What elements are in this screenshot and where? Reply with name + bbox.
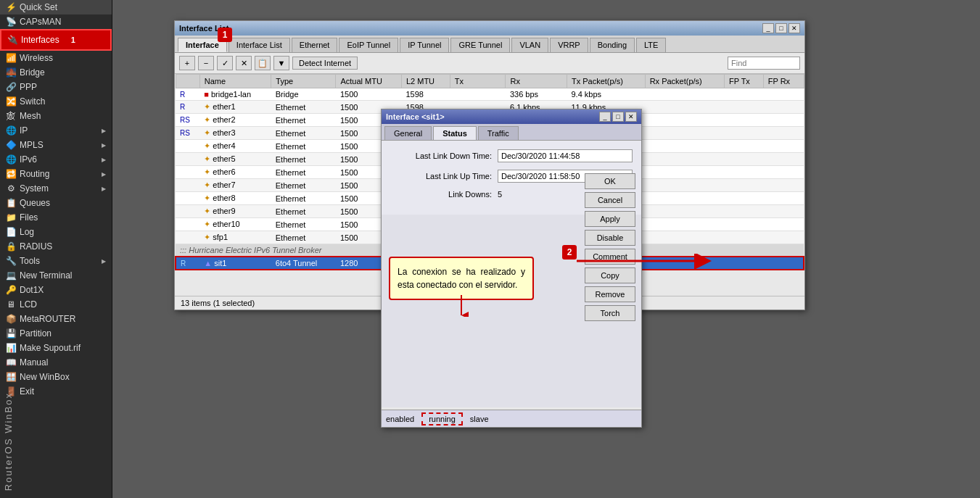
add-button[interactable]: + [179,56,195,70]
tab-gre-tunnel[interactable]: GRE Tunnel [450,38,510,52]
minimize-button[interactable]: _ [762,23,774,33]
dot1x-icon: 🔑 [6,285,16,295]
tab-bonding[interactable]: Bonding [590,38,635,52]
delete-button[interactable]: − [198,56,214,70]
tab-ethernet[interactable]: Ethernet [292,38,338,52]
col-fp-rx[interactable]: FP Rx [763,75,804,88]
ok-button[interactable]: OK [585,173,635,189]
sit1-minimize-button[interactable]: _ [599,112,611,122]
tab-eoip-tunnel[interactable]: EoIP Tunnel [339,38,398,52]
manual-icon: 📖 [6,357,16,368]
sidebar-item-make-supout[interactable]: 📊 Make Supout.rif [0,341,112,355]
sidebar-item-mpls[interactable]: 🔷 MPLS [0,138,112,152]
sidebar-item-tools[interactable]: 🔧 Tools [0,254,112,268]
sidebar-item-queues[interactable]: 📋 Queues [0,196,112,210]
table-row[interactable]: R ■ bridge1-lan Bridge 1500 1598 336 bps… [176,88,804,101]
tab-ip-tunnel[interactable]: IP Tunnel [400,38,449,52]
sidebar-item-wireless[interactable]: 📶 Wireless [0,51,112,65]
sit1-titlebar: Interface <sit1> _ □ ✕ [382,109,641,124]
torch-button[interactable]: Torch [585,305,635,321]
sit1-statusbar: enabled running slave [382,410,641,427]
disable-button[interactable]: Disable [585,230,635,246]
comment-button[interactable]: Comment [585,249,635,265]
sidebar-item-ppp[interactable]: 🔗 PPP [0,80,112,94]
sidebar-item-log[interactable]: 📄 Log [0,225,112,239]
sidebar-item-ipv6[interactable]: 🌐 IPv6 [0,152,112,167]
sidebar-item-system[interactable]: ⚙ System [0,181,112,196]
sit1-buttons-panel: OK Cancel Apply Disable Comment Copy Rem… [585,173,635,321]
sidebar-item-bridge[interactable]: 🌉 Bridge [0,65,112,80]
apply-button[interactable]: Apply [585,211,635,227]
col-actual-mtu[interactable]: Actual MTU [336,75,401,88]
lcd-icon: 🖥 [6,299,16,310]
sidebar-item-dot1x[interactable]: 🔑 Dot1X [0,283,112,297]
sidebar: ⚡ Quick Set 📡 CAPsMAN 🔌 Interfaces 1 📶 W… [0,0,112,498]
detect-internet-button[interactable]: Detect Internet [292,57,358,70]
sit1-close-button[interactable]: ✕ [625,112,637,122]
sidebar-item-lcd[interactable]: 🖥 LCD [0,297,112,312]
sidebar-item-ip[interactable]: 🌐 IP [0,123,112,138]
ipv6-icon: 🌐 [6,154,16,165]
disable-button[interactable]: ✕ [236,56,252,70]
col-rx[interactable]: Rx [506,75,567,88]
sit1-maximize-button[interactable]: □ [612,112,624,122]
find-input[interactable] [728,57,800,70]
maximize-button[interactable]: □ [775,23,787,33]
col-type[interactable]: Type [271,75,336,88]
col-fp-tx[interactable]: FP Tx [724,75,763,88]
interface-list-titlebar: Interface List _ □ ✕ [175,21,804,36]
col-name[interactable]: Name [199,75,271,88]
mpls-icon: 🔷 [6,140,16,150]
sit1-tab-traffic[interactable]: Traffic [478,126,519,140]
tools-icon: 🔧 [6,256,16,266]
sidebar-item-manual[interactable]: 📖 Manual [0,355,112,370]
copy-button[interactable]: Copy [585,267,635,283]
col-l2-mtu[interactable]: L2 MTU [401,75,450,88]
remove-button[interactable]: Remove [585,286,635,302]
capsman-icon: 📡 [6,17,16,27]
sidebar-item-routing[interactable]: 🔁 Routing [0,167,112,181]
sidebar-item-interfaces[interactable]: 🔌 Interfaces 1 [0,29,112,51]
tooltip-down-arrow [454,295,469,317]
sidebar-item-radius[interactable]: 🔒 RADIUS [0,239,112,254]
cancel-button[interactable]: Cancel [585,192,635,208]
enable-button[interactable]: ✓ [217,56,233,70]
status-enabled: enabled [386,415,414,423]
partition-icon: 💾 [6,328,16,339]
tab-lte[interactable]: LTE [636,38,666,52]
switch-icon: 🔀 [6,96,16,107]
sidebar-item-partition[interactable]: 💾 Partition [0,326,112,341]
sidebar-item-switch[interactable]: 🔀 Switch [0,94,112,109]
sit1-tab-status[interactable]: Status [433,126,477,140]
col-flags[interactable] [176,75,199,88]
tooltip-bubble: La conexion se ha realizado y esta conec… [389,257,534,300]
sit1-window-controls: _ □ ✕ [599,112,637,122]
wireless-icon: 📶 [6,53,16,63]
copy-row-button[interactable]: 📋 [255,56,271,70]
radius-icon: 🔒 [6,241,16,252]
last-link-down-row: Last Link Down Time: [390,149,633,162]
sidebar-item-quick-set[interactable]: ⚡ Quick Set [0,0,112,14]
sit1-tab-bar: General Status Traffic [382,124,641,141]
files-icon: 📁 [6,212,16,223]
tab-vrrp[interactable]: VRRP [550,38,588,52]
sidebar-item-capsman[interactable]: 📡 CAPsMAN [0,14,112,29]
sidebar-item-new-winbox[interactable]: 🪟 New WinBox [0,370,112,384]
interface-toolbar: + − ✓ ✕ 📋 ▼ Detect Internet [175,53,804,74]
last-link-down-input[interactable] [498,149,633,162]
filter-button[interactable]: ▼ [273,56,289,70]
sidebar-item-metarouter[interactable]: 📦 MetaROUTER [0,312,112,326]
sidebar-item-mesh[interactable]: 🕸 Mesh [0,109,112,123]
badge-1-annotation: 1 [218,28,232,42]
sidebar-item-new-terminal[interactable]: 💻 New Terminal [0,268,112,283]
col-tx[interactable]: Tx [450,75,506,88]
sit1-tab-general[interactable]: General [384,126,432,140]
close-button[interactable]: ✕ [788,23,800,33]
tab-interface-list[interactable]: Interface List [228,38,290,52]
bridge-icon: 🌉 [6,67,16,78]
col-rx-pkt[interactable]: Rx Packet(p/s) [645,75,724,88]
tab-vlan[interactable]: VLAN [511,38,548,52]
col-tx-pkt[interactable]: Tx Packet(p/s) [567,75,645,88]
sidebar-item-files[interactable]: 📁 Files [0,210,112,225]
sidebar-item-exit[interactable]: 🚪 Exit [0,384,112,399]
